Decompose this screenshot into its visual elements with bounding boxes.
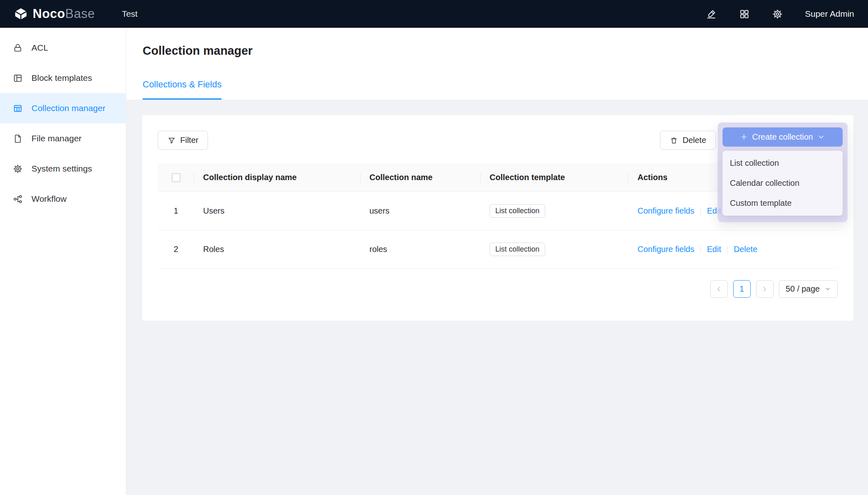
brand-name-bold: Noco	[33, 7, 65, 21]
menu-item-list-collection[interactable]: List collection	[723, 153, 843, 173]
layout-icon	[13, 73, 23, 83]
page-title: Collection manager	[126, 28, 868, 58]
sidebar-item-workflow[interactable]: Workflow	[0, 184, 126, 214]
sidebar-item-label: System settings	[31, 164, 92, 174]
content-area: Filter Delete Collection d	[126, 100, 868, 321]
filter-button-label: Filter	[180, 136, 198, 145]
gear-icon[interactable]	[772, 9, 783, 20]
page-size-select[interactable]: 50 / page	[779, 280, 838, 298]
column-header-collection-name: Collection name	[360, 173, 481, 182]
user-menu[interactable]: Super Admin	[805, 9, 854, 19]
chevron-down-icon	[825, 286, 831, 292]
select-all-cell	[158, 173, 194, 182]
edit-link[interactable]: Edit	[707, 245, 721, 254]
filter-button[interactable]: Filter	[158, 131, 208, 150]
configure-fields-link[interactable]: Configure fields	[638, 245, 694, 254]
pagination-next-button[interactable]	[756, 280, 774, 298]
tab-collections-fields[interactable]: Collections & Fields	[143, 79, 221, 100]
column-header-display-name: Collection display name	[194, 173, 360, 182]
configure-fields-link[interactable]: Configure fields	[638, 206, 694, 216]
brand-name-light: Base	[65, 7, 95, 21]
row-template-cell: List collection	[481, 243, 629, 256]
page-header: Collection manager Collections & Fields	[126, 28, 868, 100]
pagination-page-1[interactable]: 1	[733, 280, 751, 298]
menu-item-calendar-collection[interactable]: Calendar collection	[723, 173, 843, 193]
divider	[700, 245, 701, 253]
sidebar: ACL Block templates Collection manager F…	[0, 28, 126, 495]
row-index: 1	[158, 206, 194, 216]
brand[interactable]: NocoBase	[14, 7, 95, 21]
row-template-cell: List collection	[481, 204, 629, 218]
page-size-value: 50 / page	[786, 284, 820, 294]
create-collection-dropdown-overlay: Create collection List collection Calend…	[718, 123, 848, 222]
menu-item-custom-template[interactable]: Custom template	[723, 193, 843, 213]
create-collection-menu: List collection Calendar collection Cust…	[723, 151, 843, 216]
chevron-right-icon	[761, 286, 768, 292]
nav-item-test[interactable]: Test	[122, 9, 138, 19]
template-tag: List collection	[490, 243, 545, 256]
row-display-name: Users	[194, 206, 360, 216]
create-collection-button[interactable]: Create collection	[723, 127, 843, 147]
lock-icon	[13, 43, 23, 53]
sidebar-item-label: Workflow	[31, 194, 67, 204]
column-header-template: Collection template	[481, 173, 629, 182]
create-collection-label: Create collection	[752, 132, 813, 142]
gear-icon	[13, 164, 23, 174]
sidebar-item-system-settings[interactable]: System settings	[0, 154, 126, 184]
file-icon	[13, 134, 23, 144]
plus-icon	[740, 133, 748, 141]
collections-card: Filter Delete Collection d	[142, 115, 853, 321]
row-collection-name: roles	[360, 245, 481, 254]
sidebar-item-block-templates[interactable]: Block templates	[0, 63, 126, 93]
chevron-down-icon	[817, 133, 825, 141]
workflow-icon	[13, 194, 23, 204]
table-icon	[13, 103, 23, 114]
select-all-checkbox[interactable]	[172, 173, 181, 182]
filter-funnel-icon	[168, 136, 176, 145]
pagination-prev-button[interactable]	[710, 280, 728, 298]
row-display-name: Roles	[194, 245, 360, 254]
chevron-left-icon	[716, 286, 722, 292]
delete-button-label: Delete	[682, 136, 706, 145]
template-tag: List collection	[490, 204, 545, 218]
brand-text: NocoBase	[33, 7, 95, 21]
divider	[700, 207, 701, 215]
row-index: 2	[158, 245, 194, 254]
row-actions: Configure fields Edit Delete	[629, 245, 838, 254]
main-content: Collection manager Collections & Fields …	[126, 28, 868, 495]
nocobase-logo-icon	[14, 7, 28, 21]
sidebar-item-file-manager[interactable]: File manager	[0, 123, 126, 154]
delete-button[interactable]: Delete	[660, 131, 716, 150]
row-collection-name: users	[360, 206, 481, 216]
highlighter-icon[interactable]	[706, 9, 717, 20]
sidebar-item-label: File manager	[31, 134, 82, 143]
top-navbar: NocoBase Test Super Admin	[0, 0, 868, 28]
delete-link[interactable]: Delete	[734, 245, 757, 254]
sidebar-item-acl[interactable]: ACL	[0, 33, 126, 63]
sidebar-item-collection-manager[interactable]: Collection manager	[0, 93, 126, 123]
trash-icon	[670, 136, 678, 145]
sidebar-item-label: ACL	[31, 43, 48, 53]
navbar-right: Super Admin	[706, 9, 854, 20]
table-row: 2 Roles roles List collection Configure …	[158, 230, 838, 269]
sidebar-item-label: Collection manager	[31, 103, 105, 113]
tab-bar: Collections & Fields	[126, 79, 868, 100]
pagination: 1 50 / page	[158, 280, 838, 298]
sidebar-item-label: Block templates	[31, 73, 92, 83]
divider	[727, 245, 727, 253]
apps-grid-icon[interactable]	[739, 9, 750, 20]
